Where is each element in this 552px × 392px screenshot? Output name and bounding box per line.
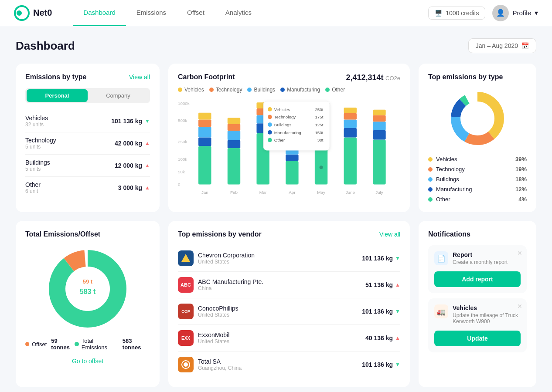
top-emissions-title: Top emissions by type [428,73,503,81]
tab-company[interactable]: Company [88,89,149,102]
emission-buildings-sub: 5 units [25,166,50,172]
nav-dashboard[interactable]: Dashboard [73,0,126,26]
arrow-down-icon: ▼ [145,118,150,124]
svg-text:30t: 30t [317,138,324,142]
svg-text:Mar: Mar [259,190,267,195]
vendor-totalsa-info: Total SA Guangzhou, China [198,358,362,371]
svg-rect-55 [344,138,357,185]
emission-other-sub: 6 unit [25,188,41,194]
date-range-picker[interactable]: Jan – Aug 2020 📅 [468,38,536,53]
vendor-totalsa: Total SA Guangzhou, China 101 136 kg ▼ [178,351,400,378]
emissions-tab-group: Personal Company [25,88,150,103]
calendar-icon: 📅 [521,42,529,49]
vehicle-icon: 🚛 [434,304,448,318]
vendor-abc: ABC ABC Manufacturing Pte. China 51 136 … [178,272,400,298]
emissions-view-all[interactable]: View all [129,74,150,81]
notif-vehicles-header: 🚛 Vehicles Update the mileage of Truck K… [434,304,521,324]
arrow-up-icon3: ▲ [145,185,150,191]
svg-text:1000k: 1000k [178,101,190,106]
navbar: Net0 Dashboard Emissions Offset Analytic… [0,0,552,26]
notifications-header: Notifications [428,230,527,238]
tab-personal[interactable]: Personal [27,89,88,102]
arrow-up-icon2: ▲ [145,162,150,169]
emissions-item: Total Emissions 583 tonnes [75,338,150,351]
svg-text:July: July [375,190,383,195]
nav-links: Dashboard Emissions Offset Analytics [73,0,428,26]
vendor-conoco: COP ConocoPhillips United States 101 136… [178,298,400,325]
legend-other: Other [325,87,345,93]
legend-buildings: Buildings [247,87,275,93]
top-vendors-card: Top emissions by vendor View all Chevron… [168,221,410,387]
legend-item-other: Other 4% [428,196,527,203]
logo[interactable]: Net0 [14,5,52,21]
nav-analytics[interactable]: Analytics [215,0,262,26]
svg-rect-63 [373,122,385,130]
nav-right: 🖥️ 1000 credits 👤 Profile ▾ [428,5,538,21]
svg-text:Technology: Technology [274,115,296,119]
notif-report-desc: Create a monthly report [453,259,508,265]
vendor-totalsa-name: Total SA [198,358,362,365]
svg-text:Apr: Apr [289,190,296,195]
notif-vehicles-text: Vehicles Update the mileage of Truck Ken… [453,304,521,324]
update-button[interactable]: Update [434,331,521,346]
arrow-icon2: ▲ [395,282,400,288]
vendor-exxon-value: 40 136 kg ▲ [365,335,400,341]
profile-area[interactable]: 👤 Profile ▾ [492,5,538,21]
carbon-header: Carbon Footprint 2,412,314t CO2e [178,73,400,82]
nav-offset[interactable]: Offset [177,0,215,26]
legend-vehicles: Vehicles [178,87,204,93]
notification-vehicles: 🚛 Vehicles Update the mileage of Truck K… [428,298,527,352]
vendors-list: Chevron Corporation United States 101 13… [178,245,400,378]
arrow-icon5: ▼ [395,362,400,368]
vendor-totalsa-value: 101 136 kg ▼ [362,361,400,368]
svg-point-54 [320,166,323,169]
svg-point-48 [268,130,272,135]
svg-rect-15 [228,140,240,148]
svg-point-72 [463,105,491,132]
notif-report-title: Report [453,251,508,258]
svg-rect-9 [198,138,211,146]
svg-text:150t: 150t [315,130,323,135]
emission-tech-label: Technology [25,137,56,144]
offset-item: Offset 59 tonnes [25,338,75,351]
vendor-totalsa-logo [178,357,194,372]
top-grid: Emissions by type View all Personal Comp… [16,64,536,212]
notif-vehicles-close[interactable]: ✕ [517,303,522,310]
add-report-button[interactable]: Add report [434,271,521,287]
vendor-chevron: Chevron Corporation United States 101 13… [178,245,400,272]
emission-vehicles-sub: 32 units [25,122,48,128]
svg-text:59 t: 59 t [83,278,93,285]
offset-legend: Offset 59 tonnes Total Emissions 583 ton… [25,338,150,351]
vendor-abc-country: China [198,285,365,291]
total-emissions-card: Total Emissions/Offset 59 t 583 t Offset [16,221,160,387]
vendors-view-all[interactable]: View all [379,231,400,238]
svg-rect-8 [198,146,211,184]
nav-emissions[interactable]: Emissions [126,0,177,26]
vendor-abc-value: 51 136 kg ▲ [365,281,400,288]
legend-manufacturing: Manufacturing [280,87,320,93]
vendor-chevron-logo [178,250,194,266]
emission-other-label: Other [25,181,41,188]
svg-text:175t: 175t [315,115,323,119]
legend-item-buildings: Buildings 18% [428,176,527,182]
notifications-card: Notifications 📄 Report Create a monthly … [419,221,536,387]
svg-text:Jan: Jan [201,190,208,195]
svg-text:500k: 500k [178,118,187,123]
vendor-chevron-info: Chevron Corporation United States [198,252,362,265]
svg-rect-65 [373,110,385,115]
svg-rect-10 [198,127,211,138]
go-to-offset-link[interactable]: Go to offset [25,358,150,365]
svg-text:583 t: 583 t [80,288,96,295]
legend-technology: Technology [209,87,242,93]
svg-point-45 [268,122,272,127]
emission-buildings-value: 12 000 kg ▲ [115,162,150,169]
svg-rect-17 [228,124,240,131]
carbon-title: Carbon Footprint [178,73,235,81]
arrow-up-icon: ▲ [145,140,150,146]
total-emissions-header: Total Emissions/Offset [25,230,150,238]
vendor-exxon-info: ExxonMobil United States [198,331,365,345]
vendor-conoco-info: ConocoPhillips United States [198,305,362,318]
notif-report-close[interactable]: ✕ [517,250,522,257]
svg-rect-16 [228,131,240,140]
report-icon: 📄 [434,251,448,265]
